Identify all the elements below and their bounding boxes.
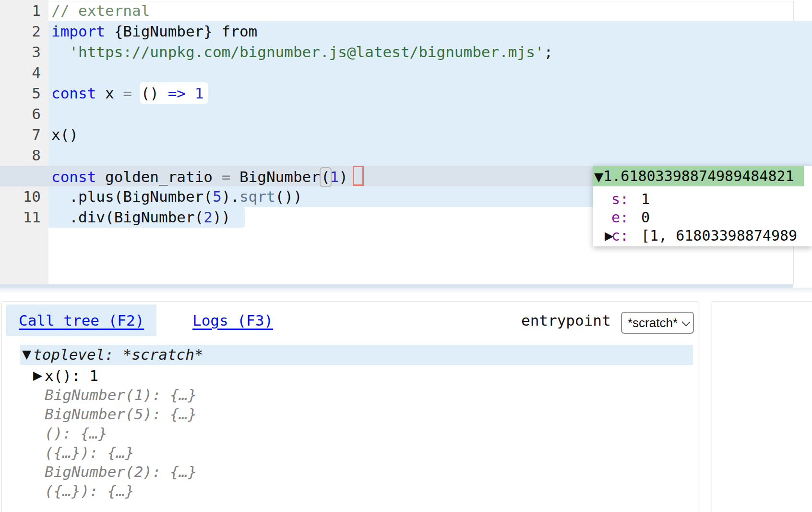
code-line[interactable]: .plus(BigNumber(5).sqrt()) (51, 186, 302, 207)
line-number: 6 (0, 104, 41, 124)
evaluated-code-highlight (48, 104, 812, 124)
call-tree-row-label: BigNumber(1): {…} (45, 385, 197, 404)
code-line[interactable]: x() (51, 124, 78, 145)
code-token: 5 (213, 188, 222, 205)
property-key: s: (593, 190, 629, 208)
property-value: [1, 61803398874989 (641, 227, 797, 245)
call-tree-row: ({…}): {…} (2, 443, 698, 462)
call-tree-row: BigNumber(5): {…} (2, 404, 698, 424)
call-tree-row-label: BigNumber(2): {…} (45, 462, 197, 481)
code-token (186, 85, 195, 102)
line-number: 3 (0, 42, 41, 62)
code-token: ) (339, 168, 348, 185)
code-line[interactable]: 'https://unpkg.com/bignumber.js@latest/b… (51, 42, 553, 62)
evaluated-code-highlight (48, 145, 812, 166)
line-number: 2 (0, 21, 41, 42)
code-token: const (51, 85, 96, 102)
code-token: golden_ratio (96, 168, 221, 185)
evaluated-code-highlight (48, 124, 812, 145)
horizontal-scrollbar-track[interactable] (0, 284, 793, 288)
code-token: 1 (195, 85, 204, 102)
code-token: .plus(BigNumber( (51, 188, 213, 205)
code-token: )) (213, 208, 230, 226)
entrypoint-label: entrypoint (521, 305, 611, 336)
detail-panel (712, 301, 812, 512)
value-summary-text: 1.61803398874989484821 (603, 168, 794, 184)
code-line[interactable]: const x = () => 1 (51, 83, 203, 104)
call-tree-row: ({…}): {…} (2, 481, 698, 500)
value-inspector: ▼1.61803398874989484821 s:1e:0▶c:[1, 618… (593, 166, 812, 246)
inspector-property-row[interactable]: ▶c:[1, 61803398874989 (593, 227, 812, 245)
property-key: c: (593, 227, 629, 245)
code-token: () (132, 85, 168, 102)
evaluated-code-highlight (48, 62, 812, 83)
code-token: import (51, 23, 105, 40)
property-value: 0 (641, 208, 650, 227)
line-number: 10 (0, 186, 41, 207)
line-number: 8 (0, 145, 41, 166)
call-tree-row-label: (): {…} (45, 424, 107, 443)
code-line[interactable]: const golden_ratio = BigNumber(1) (51, 166, 364, 186)
entrypoint-select[interactable]: *scratch* (621, 312, 694, 334)
call-tree-row[interactable]: ▶x(): 1 (2, 366, 698, 385)
code-token: ). (222, 188, 239, 205)
line-number: 1 (0, 0, 41, 21)
call-tree-row-label: ({…}): {…} (45, 443, 134, 462)
tab-call-tree[interactable]: Call tree (F2) (6, 305, 156, 336)
code-token: 1 (330, 168, 339, 185)
line-number-gutter: 1234567891011 (0, 0, 48, 284)
call-tree-row: BigNumber(2): {…} (2, 462, 698, 481)
property-key: e: (593, 208, 629, 227)
inspector-property-row: e:0 (593, 208, 812, 227)
expand-triangle-icon[interactable]: ▶ (33, 366, 42, 385)
code-line[interactable]: import {BigNumber} from (51, 21, 257, 42)
code-line[interactable]: // external (51, 0, 150, 21)
code-token: // external (51, 2, 150, 19)
code-token: BigNumber (230, 168, 320, 185)
code-token: ()) (275, 188, 302, 205)
call-tree-row-label: x(): 1 (45, 366, 98, 385)
entrypoint-selected-value: *scratch* (628, 316, 678, 330)
line-number: 11 (0, 207, 41, 228)
code-line[interactable]: .div(BigNumber(2)) (51, 207, 230, 228)
text-cursor (353, 166, 364, 186)
value-inspector-summary[interactable]: ▼1.61803398874989484821 (593, 166, 812, 186)
code-token: sqrt (239, 188, 275, 205)
code-token (51, 43, 69, 61)
code-token: = (222, 168, 231, 185)
editor-bottom-shadow (0, 288, 812, 293)
call-tree-panel: Call tree (F2) Logs (F3) entrypoint *scr… (1, 301, 698, 512)
call-tree-row-label: BigNumber(5): {…} (45, 404, 197, 424)
code-token: => (168, 85, 186, 102)
code-token: 'https://unpkg.com/bignumber.js@latest/b… (69, 43, 544, 61)
code-token: {BigNumber} from (105, 23, 257, 40)
call-tree-row: (): {…} (2, 424, 698, 443)
code-token: = (123, 85, 132, 102)
code-token: ; (544, 43, 553, 61)
line-number: 7 (0, 124, 41, 145)
code-token: const (51, 168, 96, 185)
vertical-scrollbar-track[interactable] (793, 1, 794, 21)
collapse-triangle-icon[interactable]: ▼ (22, 345, 31, 364)
chevron-down-icon (681, 317, 690, 326)
line-number: 5 (0, 83, 41, 104)
inspector-property-row: s:1 (593, 190, 812, 208)
call-tree-row: BigNumber(1): {…} (2, 385, 698, 404)
code-token: 2 (203, 208, 213, 226)
code-token: x() (51, 126, 78, 143)
line-number: 4 (0, 62, 41, 83)
tab-logs[interactable]: Logs (F3) (192, 305, 273, 336)
code-token: .div(BigNumber( (51, 208, 203, 226)
call-tree-row-label: toplevel: *scratch* (33, 345, 203, 364)
collapse-triangle-icon[interactable]: ▼ (594, 170, 603, 184)
code-token: x (96, 85, 123, 102)
call-tree-row-label: ({…}): {…} (45, 481, 134, 500)
property-value: 1 (641, 190, 650, 208)
call-tree-row[interactable]: ▼toplevel: *scratch* (2, 345, 698, 364)
